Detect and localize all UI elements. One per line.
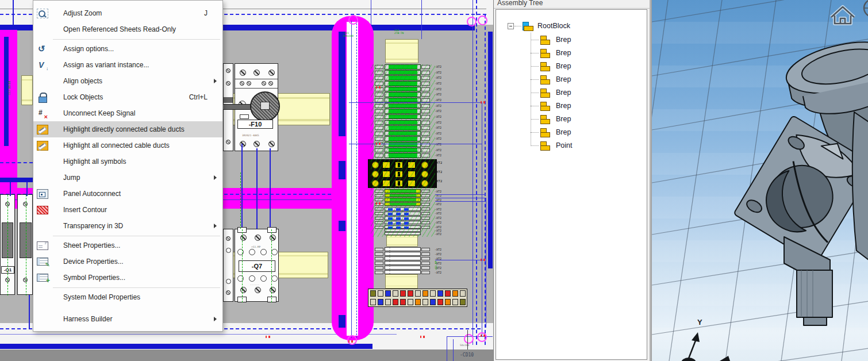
contactor-device-partial[interactable] [223,229,233,302]
viewport-3d[interactable]: Y [651,0,868,361]
terminal-end [375,126,383,130]
menu-item-assign-as-variant-instance[interactable]: Assign as variant instance... [33,57,222,73]
menu-item-insert-contour[interactable]: Insert Contour [33,202,222,218]
terminal-strip-XT2[interactable]: -XT2-XT2-XT2-XT2-XT2-XT2-XT2-XT2-XT2-XT2… [367,0,470,361]
feed-terminal-contact [445,290,451,297]
ground-terminal-row[interactable] [368,161,437,170]
terminal-row[interactable] [367,202,470,207]
tree-item-brep-3[interactable]: Brep [496,73,646,86]
device-model: 3RV021-4AK5 [242,134,259,137]
terminal-row[interactable] [367,81,470,87]
terminal-body [385,252,421,256]
terminal-row[interactable] [367,148,470,153]
din-rail[interactable] [385,274,418,289]
terminal-group-label: 2TB-TN [394,32,404,34]
terminal-row[interactable] [367,136,470,142]
terminal-row[interactable] [367,252,470,256]
collapse-expander[interactable] [508,23,514,29]
terminal-row[interactable] [367,64,470,70]
terminal-row[interactable] [367,70,470,76]
tree-item-brep-1[interactable]: Brep [496,47,646,59]
menu-item-align-objects[interactable]: Align objects [33,73,222,89]
menu-item-sheet-properties[interactable]: Sheet Properties... [33,237,222,254]
motor-breaker-device[interactable]: +S1.MP -F10 3RV021-4AK5 [235,63,278,151]
terminal-end [421,121,430,125]
terminal-row[interactable] [367,212,470,216]
terminal-end [421,65,430,69]
terminal-row[interactable] [367,103,470,109]
menu-item-harness-builder[interactable]: Harness Builder [33,311,222,327]
left-contactor-device[interactable]: -Q1 [0,194,15,295]
terminal-row[interactable] [367,207,470,212]
terminal-row[interactable] [367,75,470,81]
terminal-row[interactable] [367,221,470,225]
menu-item-unconnect-keep-signal[interactable]: Unconnect Keep Signal [33,105,222,121]
terminal-row[interactable] [367,261,470,266]
ground-terminal-row[interactable] [368,179,437,188]
terminal-tag-label: -XT2 [435,126,441,129]
menu-item-system-model-properties[interactable]: System Model Properties [33,289,222,305]
left-contactor-device[interactable] [17,194,33,295]
terminal-row[interactable] [367,270,470,275]
terminal-row[interactable] [367,92,470,98]
menu-item-assign-options[interactable]: Assign options... [33,41,222,57]
feed-terminal-contact [385,290,391,297]
tree-item-brep-6[interactable]: Brep [496,113,646,125]
terminal-row[interactable] [367,216,470,221]
screw [255,235,261,241]
feed-terminal-contact [408,299,413,305]
tree-item-brep-4[interactable]: Brep [496,86,646,99]
terminal-row[interactable] [367,131,470,137]
terminal-row[interactable] [367,142,470,148]
tree-item-brep-2[interactable]: Brep [496,60,646,72]
terminal-row[interactable] [367,109,470,114]
menu-item-transparency-in-3d[interactable]: Transparency in 3D [33,218,222,234]
terminal-body [385,109,421,114]
menu-item-highlight-all-symbols[interactable]: Highlight all symbols [33,153,222,170]
terminal-tag-label: -XT2 [435,162,442,165]
terminal-row[interactable] [367,247,470,252]
tree-item-brep-7[interactable]: Brep [496,126,646,139]
din-rail[interactable] [385,39,418,63]
menu-item-highlight-directly-connected-cable-ducts[interactable]: Highlight directly connected cable ducts [33,121,222,137]
feed-terminal-block[interactable] [368,289,467,307]
wire [241,144,243,235]
terminal-tag-label: -XT2 [435,248,441,251]
tree-item-point-8[interactable]: Point [496,139,646,152]
dimension-marker [376,86,381,89]
ground-terminal-row[interactable] [368,170,437,179]
menu-item-device-properties[interactable]: Device Properties... [33,254,222,270]
menu-icon-slot [37,314,48,324]
menu-item-jump[interactable]: Jump [33,170,222,186]
menu-item-panel-autoconnect[interactable]: Panel Autoconnect [33,186,222,202]
din-rail[interactable] [21,75,33,105]
tree-item-brep-0[interactable]: Brep [496,33,646,46]
din-rail[interactable] [386,235,418,247]
terminal-row[interactable] [367,229,470,232]
busbar [339,161,345,179]
contactor-device[interactable]: +S1.MP -Q7 ······ [235,229,279,302]
menu-item-lock-objects[interactable]: Lock ObjectsCtrl+L [33,89,222,105]
assembly-tree[interactable]: RootBlockBrepBrepBrepBrepBrepBrepBrepBre… [496,9,647,360]
terminal-body [385,189,421,193]
terminal-row[interactable] [367,125,470,131]
cable-duct-left-vertical[interactable] [0,30,17,191]
terminal-row[interactable] [367,189,470,194]
terminal-tag-label: -XT2 [435,212,441,215]
terminal-row[interactable] [367,87,470,93]
terminal-row[interactable] [367,114,470,120]
menu-item-highlight-all-connected-cable-ducts[interactable]: Highlight all connected cable ducts [33,137,222,153]
terminal-row[interactable] [367,153,470,159]
terminal-row[interactable] [367,232,470,236]
menu-item-symbol-properties[interactable]: Symbol Properties... [33,270,222,286]
feed-terminal-contact [423,290,428,297]
duct-junction-marker [477,332,487,342]
ground-terminal-block[interactable] [368,159,437,188]
tree-item-brep-5[interactable]: Brep [496,99,646,112]
ground-contact [421,162,428,168]
menu-item-open-referenced-sheets-read-only[interactable]: Open Referenced Sheets Read-Only [33,21,222,37]
terminal-row[interactable] [367,266,470,270]
terminal-row[interactable] [367,120,470,126]
tree-item-rootblock[interactable]: RootBlock [496,20,646,33]
menu-item-adjust-zoom[interactable]: Adjust ZoomJ [33,5,222,21]
